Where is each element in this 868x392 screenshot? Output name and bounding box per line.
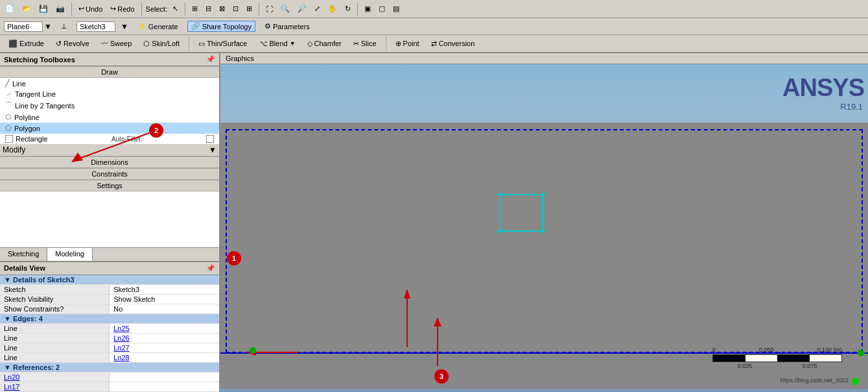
rotate[interactable]: ↻ bbox=[342, 3, 353, 14]
thin-surface-icon: ▭ bbox=[198, 40, 205, 48]
dimensions-section-header[interactable]: Dimensions bbox=[0, 156, 219, 168]
auto-fillet-checkbox[interactable] bbox=[206, 135, 214, 143]
settings-section-header[interactable]: Settings bbox=[0, 180, 219, 191]
view1[interactable]: ▣ bbox=[362, 3, 373, 14]
redo-btn[interactable]: ↪ Redo bbox=[108, 3, 137, 14]
line-icon: ╱ bbox=[5, 79, 10, 88]
ln17-key[interactable]: Ln17 bbox=[0, 382, 110, 392]
ln25-value[interactable]: Ln25 bbox=[110, 324, 219, 334]
graphics-header: Graphics bbox=[220, 53, 868, 64]
zoom-extent[interactable]: ⛶ bbox=[263, 4, 276, 14]
generate-btn[interactable]: ⚡ Generate bbox=[134, 21, 182, 32]
tangent-line-label: Tangent Line bbox=[15, 90, 56, 98]
view2[interactable]: ▢ bbox=[376, 3, 388, 14]
tab-bar: Sketching Modeling bbox=[0, 247, 219, 261]
parameters-icon: ⚙ bbox=[264, 22, 271, 31]
extrude-btn[interactable]: ⬛ Extrude bbox=[4, 38, 49, 50]
draw-item-polyline[interactable]: ⬡ Polyline bbox=[0, 112, 219, 123]
edges-collapse-icon[interactable]: ▼ bbox=[4, 315, 11, 323]
constraints-key: Show Constraints? bbox=[0, 304, 110, 314]
scale-labels-bottom: 0.025 0.075 bbox=[712, 363, 842, 369]
draw-item-tangent-line[interactable]: ⟋ Tangent Line bbox=[0, 89, 219, 99]
chamfer-btn[interactable]: ◇ Chamfer bbox=[303, 38, 346, 50]
toolboxes-header: Sketching Toolboxes 📌 bbox=[0, 53, 219, 66]
plane-dropdown[interactable]: Plane6 bbox=[4, 21, 43, 32]
conversion-btn[interactable]: ⇄ Conversion bbox=[427, 38, 480, 50]
draw-item-rectangle[interactable]: Rectangle Auto-Fillet: bbox=[0, 134, 219, 144]
blend-icon: ⌥ bbox=[259, 40, 268, 48]
collapse-icon[interactable]: ▼ bbox=[4, 276, 11, 284]
scale-100: 0.100 (m) bbox=[817, 347, 842, 353]
sketch-dropdown-icon[interactable]: ▼ bbox=[121, 22, 128, 31]
cursor-btn[interactable]: ↖ bbox=[170, 3, 181, 14]
skin-loft-btn[interactable]: ⬡ Skin/Loft bbox=[139, 38, 184, 50]
blend-dropdown-icon[interactable]: ▼ bbox=[290, 40, 296, 47]
revolve-icon: ↺ bbox=[56, 40, 62, 48]
edges-section-row: ▼ Edges: 4 bbox=[0, 314, 219, 324]
share-topology-label: Share Topology bbox=[202, 23, 252, 31]
thin-surface-btn[interactable]: ▭ Thin/Surface bbox=[194, 38, 252, 50]
zoom-out[interactable]: 🔎 bbox=[295, 3, 309, 14]
pan[interactable]: ✋ bbox=[325, 3, 340, 14]
ansys-logo: ANSYS bbox=[782, 74, 864, 102]
details-pin-icon[interactable]: 📌 bbox=[206, 264, 215, 273]
graphics-title: Graphics bbox=[226, 55, 254, 62]
graphics-canvas[interactable]: ANSYS R19.1 0 0.050 0.100 (m) bbox=[220, 64, 868, 389]
toolboxes-title: Sketching Toolboxes bbox=[4, 56, 75, 64]
plane-dropdown-icon[interactable]: ▼ bbox=[44, 22, 52, 31]
zoom-fit[interactable]: ⤢ bbox=[312, 3, 323, 14]
line-label: Line bbox=[12, 80, 26, 88]
draw-section-header[interactable]: Draw bbox=[0, 66, 219, 78]
extrude-icon: ⬛ bbox=[8, 40, 18, 48]
tool2[interactable]: ⊟ bbox=[203, 3, 214, 14]
ln26-value[interactable]: Ln26 bbox=[110, 334, 219, 343]
draw-item-line-2-tangents[interactable]: ⌒ Line by 2 Tangents bbox=[0, 99, 219, 112]
ln20-key[interactable]: Ln20 bbox=[0, 373, 110, 382]
sketch-rectangle bbox=[499, 194, 543, 232]
corner-dot-tl bbox=[498, 193, 501, 196]
scale-graphic bbox=[712, 354, 842, 362]
slice-icon: ✂ bbox=[353, 40, 359, 48]
redo-icon: ↪ bbox=[110, 5, 116, 13]
tab-sketching[interactable]: Sketching bbox=[0, 248, 47, 261]
constraints-value: No bbox=[110, 304, 219, 314]
tab-modeling[interactable]: Modeling bbox=[47, 248, 93, 261]
sketch-normal-btn[interactable]: ⊥ bbox=[57, 21, 71, 32]
pin-icon[interactable]: 📌 bbox=[206, 55, 215, 64]
new-btn[interactable]: 📄 bbox=[3, 3, 17, 14]
modify-section-header[interactable]: Modify ▼ bbox=[0, 144, 219, 156]
tool1[interactable]: ⊞ bbox=[189, 3, 200, 14]
slice-btn[interactable]: ✂ Slice bbox=[349, 38, 381, 50]
parameters-btn[interactable]: ⚙ Parameters bbox=[261, 21, 314, 32]
revolve-btn[interactable]: ↺ Revolve bbox=[51, 38, 94, 50]
point-btn[interactable]: ⊕ Point bbox=[391, 38, 424, 50]
select-label: Select: bbox=[146, 5, 168, 13]
screenshot-btn[interactable]: 📷 bbox=[53, 3, 67, 14]
conversion-icon: ⇄ bbox=[431, 40, 437, 48]
draw-item-line[interactable]: ╱ Line bbox=[0, 78, 219, 89]
constraints-section-header[interactable]: Constraints bbox=[0, 168, 219, 180]
ln28-value[interactable]: Ln28 bbox=[110, 353, 219, 363]
modeling-tab-label: Modeling bbox=[55, 250, 84, 258]
blend-btn[interactable]: ⌥ Blend ▼ bbox=[255, 38, 300, 50]
save-btn[interactable]: 💾 bbox=[36, 3, 51, 14]
draw-item-polygon[interactable]: ⬠ Polygon bbox=[0, 123, 219, 134]
open-btn[interactable]: 📂 bbox=[19, 3, 34, 14]
sketch-dropdown[interactable]: Sketch3 bbox=[76, 21, 115, 32]
tool4[interactable]: ⊡ bbox=[230, 3, 241, 14]
refs-collapse-icon[interactable]: ▼ bbox=[4, 363, 11, 371]
undo-btn[interactable]: ↩ Undo bbox=[76, 3, 105, 14]
zoom-in[interactable]: 🔍 bbox=[278, 3, 292, 14]
tool3[interactable]: ⊠ bbox=[217, 3, 228, 14]
sweep-btn[interactable]: 〰 Sweep bbox=[97, 38, 137, 49]
graphics-area: Graphics bbox=[220, 53, 868, 392]
view3[interactable]: ▤ bbox=[390, 3, 402, 14]
modify-label: Modify bbox=[3, 145, 25, 154]
rect-checkbox[interactable] bbox=[5, 135, 13, 143]
ln27-value[interactable]: Ln27 bbox=[110, 343, 219, 353]
main-content: Sketching Toolboxes 📌 Draw ╱ Line ⟋ Tang… bbox=[0, 53, 868, 392]
share-topology-btn[interactable]: 🔗 Share Topology bbox=[187, 21, 255, 32]
tool5[interactable]: ⊞ bbox=[244, 3, 255, 14]
line2t-label: Line by 2 Tangents bbox=[15, 102, 75, 110]
point-label: Point bbox=[403, 40, 419, 47]
